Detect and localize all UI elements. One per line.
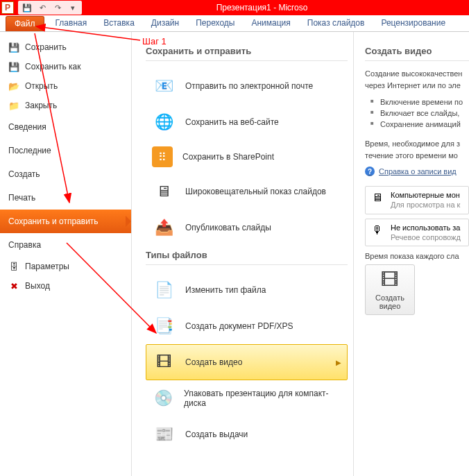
nav-exit[interactable]: ✖Выход (0, 276, 131, 296)
monitor-icon: 🖥 (370, 190, 385, 205)
nav-help[interactable]: Справка (0, 233, 131, 257)
item-label: Опубликовать слайды (185, 223, 271, 232)
nav-save-send[interactable]: Сохранить и отправить (0, 210, 131, 233)
resolution-combo[interactable]: 🖥 Компьютерные мон Для просмотра на к (365, 186, 469, 214)
nav-save[interactable]: 💾Сохранить (0, 37, 131, 57)
file-tab[interactable]: Файл (6, 16, 44, 31)
nav-label: Выход (25, 281, 50, 291)
item-label: Сохранить на веб-сайте (185, 117, 279, 127)
tab-insert[interactable]: Вставка (95, 15, 143, 31)
combo-title: Не использовать за (391, 223, 461, 232)
title-bar: P 💾 ↶ ↷ ▾ Презентация1 - Microso (0, 0, 469, 15)
create-handouts[interactable]: 📰Создать выдачи (146, 416, 348, 452)
create-pdf-xps[interactable]: 📑Создать документ PDF/XPS (146, 308, 348, 344)
no-narration-icon: 🎙 (370, 223, 385, 238)
open-folder-icon: 📂 (8, 80, 19, 92)
create-video[interactable]: 🎞Создать видео▶ (146, 344, 348, 380)
feature-item: Сохранение анимаций (370, 119, 469, 130)
broadcast-icon: 🖥 (152, 180, 176, 203)
nav-print[interactable]: Печать (0, 186, 131, 210)
section-heading: Сохранить и отправить (146, 46, 348, 61)
tab-design[interactable]: Дизайн (143, 15, 187, 31)
nav-close[interactable]: 📁Закрыть (0, 96, 131, 115)
broadcast-slideshow[interactable]: 🖥Широковещательный показ слайдов (146, 173, 348, 210)
note-text: Время, необходимое для з течение этого в… (365, 138, 469, 161)
sharepoint-icon: ⠿ (152, 146, 173, 167)
item-label: Широковещательный показ слайдов (185, 187, 326, 196)
nav-label: Открыть (25, 81, 58, 91)
app-icon: P (1, 1, 14, 14)
options-icon: 🗄 (8, 261, 19, 272)
nav-save-as[interactable]: 💾Сохранить как (0, 57, 131, 76)
publish-slides[interactable]: 📤Опубликовать слайды (146, 210, 348, 246)
item-label: Создать видео (185, 357, 242, 367)
feature-item: Включение времени по (370, 96, 469, 108)
nav-label: Сохранить как (25, 62, 80, 71)
item-label: Сохранить в SharePoint (182, 152, 274, 162)
combo-sub: Для просмотра на к (391, 200, 460, 210)
item-label: Изменить тип файла (185, 285, 266, 295)
chevron-right-icon: ▶ (336, 359, 341, 366)
nav-open[interactable]: 📂Открыть (0, 76, 131, 96)
file-type-icon: 📄 (152, 278, 176, 302)
nav-info[interactable]: Сведения (0, 115, 131, 139)
nav-label: Закрыть (25, 101, 57, 110)
publish-icon: 📤 (152, 216, 176, 239)
globe-icon: 🌐 (152, 110, 176, 134)
feature-list: Включение времени по Включает все слайды… (370, 96, 469, 130)
narration-combo[interactable]: 🎙 Не использовать за Речевое сопровожд (365, 219, 469, 247)
combo-title: Компьютерные мон (391, 190, 460, 200)
nav-label: Сохранить (25, 42, 67, 52)
help-link[interactable]: ? Справка о записи вид (365, 167, 469, 176)
tab-home[interactable]: Главная (47, 15, 96, 31)
item-label: Создать документ PDF/XPS (185, 321, 293, 331)
redo-icon[interactable]: ↷ (51, 1, 64, 14)
help-icon: ? (365, 167, 375, 176)
tab-animation[interactable]: Анимация (243, 15, 298, 31)
nav-label: Параметры (25, 262, 69, 271)
undo-icon[interactable]: ↶ (36, 1, 49, 14)
item-label: Создать выдачи (185, 430, 248, 439)
tab-transitions[interactable]: Переходы (187, 15, 243, 31)
backstage-nav: 💾Сохранить 💾Сохранить как 📂Открыть 📁Закр… (0, 32, 132, 476)
save-icon[interactable]: 💾 (21, 1, 33, 14)
handouts-icon: 📰 (152, 423, 176, 446)
item-label: Отправить по электронной почте (185, 81, 313, 91)
qat-dropdown-icon[interactable]: ▾ (67, 1, 79, 14)
cd-icon: 💿 (152, 386, 174, 410)
help-link-label: Справка о записи вид (379, 167, 457, 176)
save-web[interactable]: 🌐Сохранить на веб-сайте (146, 104, 348, 140)
create-video-button[interactable]: 🎞 Создать видео (365, 264, 415, 315)
send-email[interactable]: 📧Отправить по электронной почте (146, 68, 348, 104)
ribbon-tabs: Файл Главная Вставка Дизайн Переходы Ани… (0, 15, 469, 32)
quick-access-toolbar: 💾 ↶ ↷ ▾ (18, 1, 82, 15)
email-icon: 📧 (152, 74, 176, 98)
window-title: Презентация1 - Microso (216, 3, 308, 12)
save-send-panel: Сохранить и отправить 📧Отправить по элек… (132, 32, 354, 476)
button-label: Создать видео (375, 294, 404, 310)
save-as-icon: 💾 (8, 61, 19, 72)
exit-icon: ✖ (8, 280, 19, 291)
nav-new[interactable]: Создать (0, 162, 131, 186)
timing-label: Время показа каждого сла (365, 252, 469, 260)
panel-description: Создание высококачествен через Интернет … (365, 68, 469, 91)
create-video-panel: Создать видео Создание высококачествен ч… (354, 32, 469, 476)
video-icon: 🎞 (152, 350, 176, 374)
change-file-type[interactable]: 📄Изменить тип файла (146, 272, 348, 308)
nav-recent[interactable]: Последние (0, 139, 131, 162)
nav-options[interactable]: 🗄Параметры (0, 257, 131, 276)
combo-sub: Речевое сопровожд (391, 232, 461, 242)
feature-item: Включает все слайды, (370, 108, 469, 119)
close-folder-icon: 📁 (8, 100, 19, 111)
save-sharepoint[interactable]: ⠿Сохранить в SharePoint (146, 140, 348, 173)
save-icon: 💾 (8, 42, 19, 53)
tab-review[interactable]: Рецензирование (373, 15, 454, 31)
panel-heading: Создать видео (365, 46, 469, 61)
video-button-icon: 🎞 (368, 269, 411, 291)
tab-slideshow[interactable]: Показ слайдов (299, 15, 373, 31)
pdf-icon: 📑 (152, 314, 176, 338)
section-heading-filetypes: Типы файлов (146, 250, 348, 265)
backstage-view: 💾Сохранить 💾Сохранить как 📂Открыть 📁Закр… (0, 32, 469, 476)
package-cd[interactable]: 💿Упаковать презентацию для компакт-диска (146, 380, 348, 416)
item-label: Упаковать презентацию для компакт-диска (184, 389, 341, 408)
